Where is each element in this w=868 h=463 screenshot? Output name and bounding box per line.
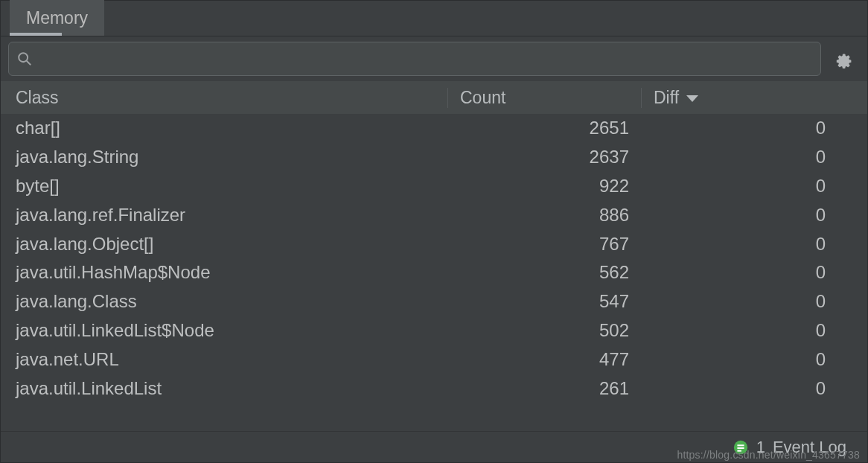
cell-count: 547: [447, 291, 641, 312]
table-row[interactable]: java.lang.Object[]7670: [1, 229, 867, 258]
cell-count: 886: [447, 205, 641, 226]
search-box[interactable]: [8, 42, 821, 76]
header-class-label: Class: [16, 88, 59, 107]
table-row[interactable]: java.lang.String26370: [1, 143, 867, 172]
cell-diff: 0: [641, 147, 837, 167]
header-diff[interactable]: Diff: [641, 88, 837, 108]
cell-diff: 0: [641, 234, 837, 255]
header-count-label: Count: [460, 88, 505, 107]
cell-count: 767: [447, 234, 641, 255]
table-row[interactable]: java.net.URL4770: [1, 345, 867, 374]
table-row[interactable]: java.util.HashMap$Node5620: [1, 258, 867, 287]
cell-class: java.net.URL: [1, 349, 447, 370]
settings-button[interactable]: [827, 42, 860, 75]
cell-class: java.lang.String: [1, 147, 447, 167]
search-input[interactable]: [39, 49, 813, 68]
table-row[interactable]: java.lang.Class5470: [1, 287, 867, 316]
cell-class: java.lang.ref.Finalizer: [1, 205, 447, 226]
search-row: [1, 36, 867, 81]
svg-rect-3: [737, 444, 744, 446]
table-row[interactable]: byte[]9220: [1, 172, 867, 201]
tab-memory[interactable]: Memory: [10, 0, 104, 36]
cell-count: 261: [447, 378, 641, 399]
cell-class: java.util.LinkedList: [1, 378, 447, 399]
table-row[interactable]: java.util.LinkedList$Node5020: [1, 316, 867, 345]
cell-diff: 0: [641, 118, 837, 138]
cell-diff: 0: [641, 378, 837, 399]
table-header: Class Count Diff: [1, 81, 867, 114]
cell-count: 2651: [447, 118, 641, 138]
table-row[interactable]: char[]26510: [1, 114, 867, 143]
cell-class: java.util.LinkedList$Node: [1, 320, 447, 341]
tab-strip: Memory: [1, 1, 867, 36]
cell-class: java.lang.Object[]: [1, 234, 447, 255]
status-bar: 1 Event Log https://blog.csdn.net/weixin…: [1, 431, 867, 462]
header-class[interactable]: Class: [1, 88, 447, 108]
cell-diff: 0: [641, 291, 837, 312]
class-table: Class Count Diff char[]26510java.lang.St…: [1, 81, 867, 431]
cell-diff: 0: [641, 176, 837, 197]
table-row[interactable]: java.lang.ref.Finalizer8860: [1, 200, 867, 229]
cell-diff: 0: [641, 205, 837, 226]
header-count[interactable]: Count: [447, 88, 641, 108]
cell-diff: 0: [641, 262, 837, 283]
cell-count: 562: [447, 262, 641, 283]
search-icon: [16, 51, 33, 67]
cell-count: 922: [447, 176, 641, 197]
sort-desc-icon: [686, 95, 698, 102]
cell-count: 2637: [447, 147, 641, 167]
cell-diff: 0: [641, 349, 837, 370]
tab-label: Memory: [26, 8, 88, 28]
cell-count: 477: [447, 349, 641, 370]
event-log-icon: [733, 439, 749, 456]
gear-icon: [834, 49, 853, 68]
memory-panel: Memory Class: [0, 0, 868, 463]
svg-rect-4: [737, 447, 744, 449]
header-diff-label: Diff: [654, 88, 679, 108]
table-body: char[]26510java.lang.String26370byte[]92…: [1, 114, 867, 431]
table-row[interactable]: java.util.LinkedList2610: [1, 374, 867, 403]
cell-class: char[]: [1, 118, 447, 138]
cell-diff: 0: [641, 320, 837, 341]
cell-count: 502: [447, 320, 641, 341]
cell-class: java.util.HashMap$Node: [1, 262, 447, 283]
svg-rect-5: [737, 450, 741, 451]
event-count: 1: [756, 438, 765, 457]
svg-point-0: [19, 53, 28, 62]
cell-class: java.lang.Class: [1, 291, 447, 312]
event-log-link[interactable]: Event Log: [773, 438, 846, 457]
svg-line-1: [27, 61, 31, 66]
cell-class: byte[]: [1, 176, 447, 197]
